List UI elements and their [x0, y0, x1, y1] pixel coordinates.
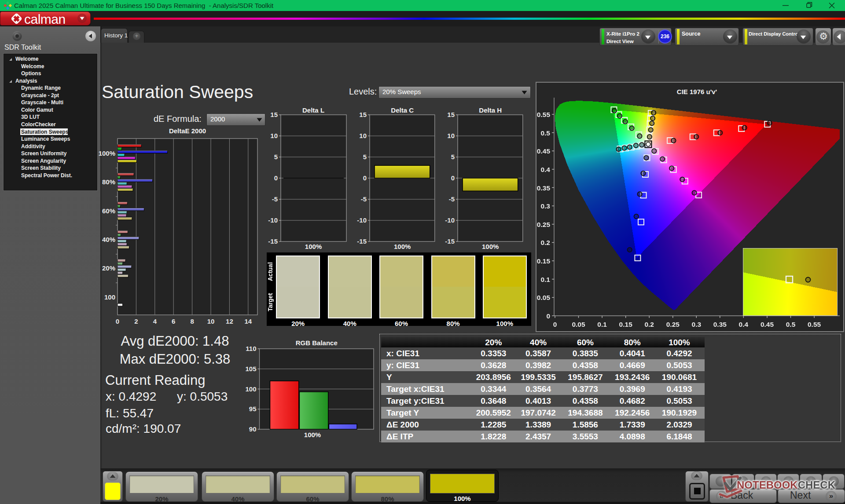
- svg-text:5: 5: [451, 153, 455, 161]
- svg-text:0.25: 0.25: [666, 321, 680, 328]
- svg-text:0.3: 0.3: [540, 202, 550, 210]
- svg-text:110: 110: [246, 345, 256, 352]
- svg-text:10: 10: [270, 132, 278, 139]
- svg-text:0.35: 0.35: [713, 321, 727, 328]
- svg-text:15: 15: [270, 111, 278, 118]
- svg-text:20%: 20%: [102, 264, 115, 272]
- svg-text:0.05: 0.05: [572, 321, 585, 328]
- svg-text:80%: 80%: [102, 178, 115, 186]
- svg-text:-15: -15: [445, 237, 455, 245]
- svg-text:0.3: 0.3: [692, 321, 702, 328]
- svg-text:0.45: 0.45: [537, 147, 551, 155]
- svg-text:5: 5: [363, 153, 367, 161]
- svg-text:0.45: 0.45: [760, 321, 774, 328]
- svg-text:40%: 40%: [102, 236, 115, 243]
- svg-text:60%: 60%: [102, 207, 115, 215]
- svg-text:0.5: 0.5: [786, 321, 796, 328]
- svg-text:-5: -5: [361, 195, 367, 203]
- svg-text:8: 8: [190, 318, 194, 325]
- svg-text:0.2: 0.2: [644, 321, 654, 328]
- svg-text:6: 6: [172, 318, 175, 325]
- svg-text:0.05: 0.05: [537, 294, 551, 301]
- svg-text:-15: -15: [268, 237, 278, 245]
- svg-text:15: 15: [448, 111, 455, 118]
- svg-text:0.25: 0.25: [537, 221, 551, 228]
- svg-text:0.4: 0.4: [739, 321, 749, 328]
- svg-text:95: 95: [249, 405, 257, 413]
- svg-text:0.55: 0.55: [808, 321, 821, 328]
- svg-text:0.15: 0.15: [619, 321, 633, 328]
- svg-text:10: 10: [360, 132, 367, 139]
- svg-text:0.5: 0.5: [540, 129, 550, 137]
- svg-text:4: 4: [153, 318, 157, 325]
- svg-text:100: 100: [245, 385, 256, 393]
- svg-text:0: 0: [116, 318, 119, 325]
- svg-text:14: 14: [244, 318, 252, 325]
- svg-text:-10: -10: [445, 216, 455, 224]
- svg-text:0.1: 0.1: [597, 321, 607, 328]
- svg-text:0: 0: [546, 312, 550, 320]
- svg-text:-5: -5: [449, 195, 455, 203]
- svg-text:15: 15: [360, 111, 367, 118]
- svg-text:0.15: 0.15: [537, 257, 551, 265]
- svg-text:-5: -5: [272, 195, 277, 203]
- svg-text:100: 100: [104, 293, 115, 301]
- svg-text:0.55: 0.55: [537, 111, 551, 118]
- svg-text:-10: -10: [268, 216, 278, 224]
- svg-text:10: 10: [207, 318, 215, 325]
- svg-text:0: 0: [553, 321, 557, 328]
- svg-text:100%: 100%: [99, 150, 115, 157]
- svg-text:0: 0: [363, 174, 367, 182]
- svg-text:105: 105: [245, 365, 256, 373]
- svg-text:0.4: 0.4: [540, 166, 550, 173]
- svg-text:-10: -10: [357, 216, 367, 224]
- svg-text:0.35: 0.35: [537, 184, 551, 192]
- svg-text:0.1: 0.1: [540, 276, 550, 283]
- svg-text:10: 10: [448, 132, 455, 139]
- svg-text:0: 0: [451, 174, 455, 182]
- svg-text:0: 0: [274, 174, 277, 182]
- svg-text:90: 90: [249, 425, 257, 433]
- svg-text:2: 2: [134, 318, 138, 325]
- svg-text:-15: -15: [357, 237, 367, 245]
- svg-text:0.2: 0.2: [540, 239, 550, 246]
- svg-text:12: 12: [226, 318, 233, 325]
- svg-text:5: 5: [274, 153, 277, 161]
